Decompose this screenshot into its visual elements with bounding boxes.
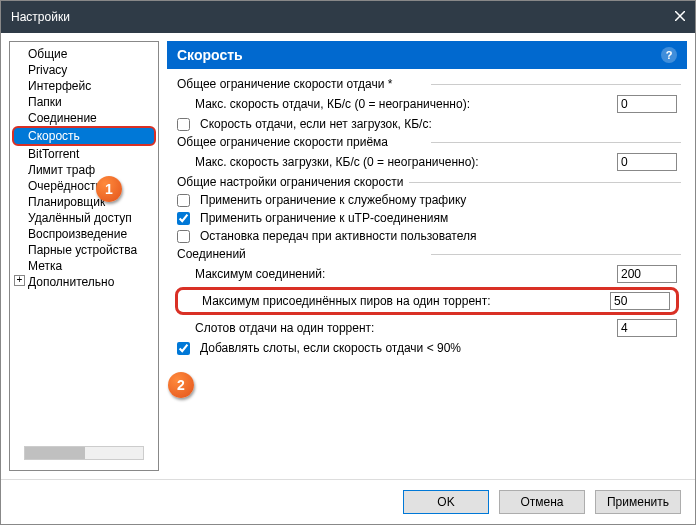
overhead-label: Применить ограничение к служебному трафи… [200, 193, 677, 207]
stop-on-activity-checkbox[interactable] [177, 230, 190, 243]
group-upload-title: Общее ограничение скорости отдачи * [177, 77, 398, 91]
tree-item-queue[interactable]: Очерёдность [12, 178, 156, 194]
cancel-button[interactable]: Отмена [499, 490, 585, 514]
stop-on-activity-label: Остановка передач при активности пользов… [200, 229, 677, 243]
overhead-checkbox[interactable] [177, 194, 190, 207]
add-slots-checkbox[interactable] [177, 342, 190, 355]
settings-panel: Скорость ? Общее ограничение скорости от… [167, 41, 687, 471]
alt-upload-checkbox[interactable] [177, 118, 190, 131]
max-peers-label: Максимум присоединённых пиров на один то… [202, 294, 604, 308]
titlebar: Настройки [1, 1, 695, 33]
group-download-title: Общее ограничение скорости приёма [177, 135, 394, 149]
max-connections-label: Максимум соединений: [195, 267, 611, 281]
utp-label: Применить ограничение к uTP-соединениям [200, 211, 677, 225]
dialog-body: Общие Privacy Интерфейс Папки Соединение… [1, 33, 695, 479]
add-slots-label: Добавлять слоты, если скорость отдачи < … [200, 341, 677, 355]
max-connections-input[interactable] [617, 265, 677, 283]
group-connections-title: Соединений [177, 247, 252, 261]
max-download-input[interactable] [617, 153, 677, 171]
alt-upload-label: Скорость отдачи, если нет загрузок, КБ/с… [200, 117, 677, 131]
tree-item-paired[interactable]: Парные устройства [12, 242, 156, 258]
tree-item-general[interactable]: Общие [12, 46, 156, 62]
tree-item-scheduler[interactable]: Планировщик [12, 194, 156, 210]
settings-window: Настройки Общие Privacy Интерфейс Папки … [0, 0, 696, 525]
tree-scrollbar[interactable] [24, 446, 144, 460]
group-ratelimit-title: Общие настройки ограничения скорости [177, 175, 409, 189]
utp-checkbox[interactable] [177, 212, 190, 225]
max-upload-label: Макс. скорость отдачи, КБ/с (0 = неогран… [195, 97, 611, 111]
tree-item-remote[interactable]: Удалённый доступ [12, 210, 156, 226]
annotation-1: 1 [96, 176, 122, 202]
tree-item-interface[interactable]: Интерфейс [12, 78, 156, 94]
tree-item-label[interactable]: Метка [12, 258, 156, 274]
upload-slots-input[interactable] [617, 319, 677, 337]
highlight-max-peers: Максимум присоединённых пиров на один то… [175, 287, 679, 315]
tree-item-bittorrent[interactable]: BitTorrent [12, 146, 156, 162]
panel-title: Скорость [177, 47, 243, 63]
dialog-footer: OK Отмена Применить [1, 479, 695, 524]
annotation-2: 2 [168, 372, 194, 398]
upload-slots-label: Слотов отдачи на один торрент: [195, 321, 611, 335]
apply-button[interactable]: Применить [595, 490, 681, 514]
tree-item-traffic-limit[interactable]: Лимит траф [12, 162, 156, 178]
tree-item-speed[interactable]: Скорость [12, 126, 156, 146]
max-upload-input[interactable] [617, 95, 677, 113]
close-icon[interactable] [675, 10, 685, 24]
help-icon[interactable]: ? [661, 47, 677, 63]
max-download-label: Макс. скорость загрузки, КБ/с (0 = неогр… [195, 155, 611, 169]
panel-header: Скорость ? [167, 41, 687, 69]
max-peers-input[interactable] [610, 292, 670, 310]
tree-item-privacy[interactable]: Privacy [12, 62, 156, 78]
window-title: Настройки [11, 10, 70, 24]
tree-item-playback[interactable]: Воспроизведение [12, 226, 156, 242]
tree-item-connection[interactable]: Соединение [12, 110, 156, 126]
category-tree[interactable]: Общие Privacy Интерфейс Папки Соединение… [9, 41, 159, 471]
ok-button[interactable]: OK [403, 490, 489, 514]
tree-item-folders[interactable]: Папки [12, 94, 156, 110]
tree-item-advanced[interactable]: Дополнительно [12, 274, 156, 290]
